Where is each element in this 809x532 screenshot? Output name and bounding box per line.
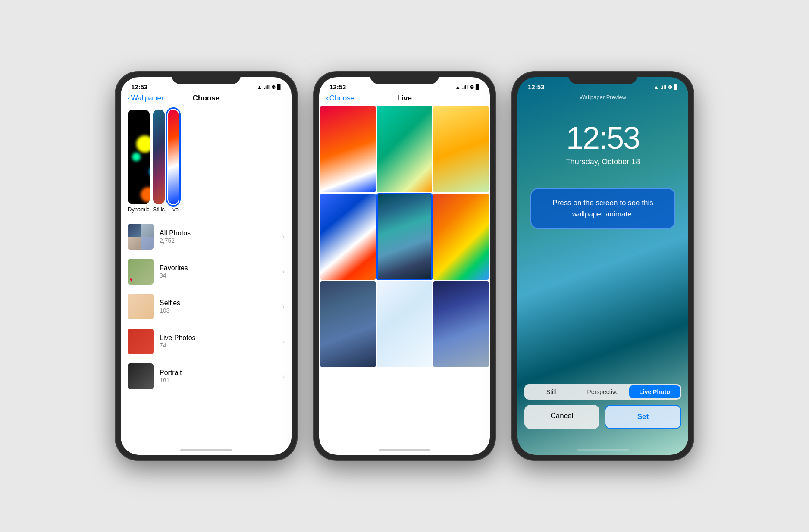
live-cell-5-selected[interactable] bbox=[377, 194, 432, 280]
live-category[interactable]: Live bbox=[168, 110, 179, 216]
list-item-all-photos[interactable]: All Photos 2,752 › bbox=[121, 219, 292, 254]
bokeh-1 bbox=[136, 135, 150, 153]
signal-icon-3: .ill bbox=[661, 84, 666, 90]
list-item-favorites[interactable]: ♥ Favorites 34 › bbox=[121, 254, 292, 289]
option-still[interactable]: Still bbox=[526, 385, 577, 398]
back-label-1: Wallpaper bbox=[131, 94, 164, 103]
back-button-1[interactable]: ‹ Wallpaper bbox=[128, 94, 164, 103]
list-item-portrait[interactable]: Portrait 181 › bbox=[121, 359, 292, 394]
selfies-info: Selfies 103 bbox=[160, 299, 276, 314]
set-button[interactable]: Set bbox=[605, 405, 681, 429]
dynamic-label: Dynamic bbox=[128, 204, 150, 216]
option-live-photo[interactable]: Live Photo bbox=[629, 385, 680, 398]
list-item-selfies[interactable]: Selfies 103 › bbox=[121, 289, 292, 324]
lock-screen-date: Thursday, October 18 bbox=[517, 157, 688, 179]
iphone-1: 12:53 ▲ .ill ⊛ ▊ ‹ Wallpaper Choose bbox=[116, 72, 297, 460]
all-photos-count: 2,752 bbox=[160, 237, 276, 244]
back-label-2: Choose bbox=[329, 94, 355, 103]
cancel-button[interactable]: Cancel bbox=[524, 405, 599, 429]
live-photos-arrow: › bbox=[282, 338, 285, 345]
ap2 bbox=[141, 224, 154, 237]
status-icons-3: ▲ .ill ⊛ ▊ bbox=[654, 84, 678, 90]
animate-text: Press on the screen to see this wallpape… bbox=[552, 199, 653, 218]
live-thumb[interactable] bbox=[168, 110, 179, 204]
all-photos-info: All Photos 2,752 bbox=[160, 229, 276, 244]
battery-icon-2: ▊ bbox=[476, 84, 480, 90]
portrait-count: 181 bbox=[160, 377, 276, 384]
home-indicator-3 bbox=[577, 449, 629, 451]
stills-thumb[interactable] bbox=[153, 110, 165, 204]
all-photos-name: All Photos bbox=[160, 229, 276, 237]
iphone-2: 12:53 ▲ .ill ⊛ ▊ ‹ Choose Live bbox=[314, 72, 495, 460]
list-item-live-photos[interactable]: Live Photos 74 › bbox=[121, 324, 292, 359]
selfies-name: Selfies bbox=[160, 299, 276, 307]
portrait-arrow: › bbox=[282, 372, 285, 380]
phone1-nav: ‹ Wallpaper Choose bbox=[121, 93, 292, 106]
stills-category[interactable]: Stills bbox=[153, 110, 165, 216]
live-photos-thumb bbox=[128, 329, 154, 354]
favorites-count: 34 bbox=[160, 272, 276, 279]
status-time-3: 12:53 bbox=[528, 83, 544, 91]
ap3 bbox=[128, 237, 141, 250]
bokeh-5 bbox=[141, 187, 150, 202]
home-indicator-1 bbox=[180, 449, 232, 451]
selfies-thumb bbox=[128, 294, 154, 319]
live-cell-3[interactable] bbox=[433, 106, 489, 192]
live-photos-info: Live Photos 74 bbox=[160, 334, 276, 349]
live-cell-1[interactable] bbox=[320, 106, 376, 192]
live-cell-4[interactable] bbox=[320, 194, 376, 280]
notch-1 bbox=[172, 72, 241, 84]
option-pills: Still Perspective Live Photo bbox=[524, 384, 681, 400]
bokeh-4 bbox=[132, 153, 141, 161]
live-cell-6[interactable] bbox=[433, 194, 489, 280]
dynamic-category[interactable]: Dynamic bbox=[128, 110, 150, 216]
heart-icon: ♥ bbox=[129, 276, 133, 283]
ap4 bbox=[141, 237, 154, 250]
favorites-arrow: › bbox=[282, 268, 285, 275]
signal-icon-2: .ill bbox=[462, 84, 468, 90]
status-icons-2: ▲ .ill ⊛ ▊ bbox=[455, 84, 480, 90]
status-icons-1: ▲ .ill ⊛ ▊ bbox=[257, 84, 281, 90]
live-photos-name: Live Photos bbox=[160, 334, 276, 342]
dynamic-thumb[interactable] bbox=[128, 110, 150, 204]
notch-3 bbox=[568, 72, 637, 84]
option-perspective[interactable]: Perspective bbox=[577, 385, 628, 398]
live-cell-7[interactable] bbox=[320, 281, 376, 367]
stills-label: Stills bbox=[153, 204, 165, 216]
signal-icon: .ill bbox=[264, 84, 270, 90]
live-label: Live bbox=[168, 204, 179, 216]
portrait-info: Portrait 181 bbox=[160, 369, 276, 384]
live-cell-8[interactable] bbox=[377, 281, 432, 367]
status-time-2: 12:53 bbox=[329, 83, 346, 91]
live-photos-count: 74 bbox=[160, 342, 276, 349]
photo-list: All Photos 2,752 › ♥ Favorites 34 › bbox=[121, 219, 292, 394]
live-cell-2[interactable] bbox=[377, 106, 432, 192]
chevron-left-icon-2: ‹ bbox=[326, 94, 329, 103]
wifi-icon-2: ⊛ bbox=[470, 84, 474, 90]
battery-icon: ▊ bbox=[277, 84, 281, 90]
location-icon-3: ▲ bbox=[654, 84, 659, 90]
nav-title-2: Live bbox=[397, 94, 412, 103]
portrait-name: Portrait bbox=[160, 369, 276, 377]
location-icon-2: ▲ bbox=[455, 84, 461, 90]
live-cell-9[interactable] bbox=[433, 281, 489, 367]
all-photos-thumb bbox=[128, 224, 154, 250]
phone2-nav: ‹ Choose Live bbox=[319, 93, 490, 106]
bottom-options: Still Perspective Live Photo Cancel Set bbox=[517, 384, 688, 429]
location-icon: ▲ bbox=[257, 84, 262, 90]
wifi-icon-3: ⊛ bbox=[668, 84, 672, 90]
wallpaper-preview-label: Wallpaper Preview bbox=[517, 93, 688, 103]
animate-bubble: Press on the screen to see this wallpape… bbox=[530, 188, 675, 229]
wallpaper-category-grid: Dynamic Stills Live bbox=[121, 106, 292, 219]
home-indicator-2 bbox=[379, 449, 430, 451]
all-photos-arrow: › bbox=[282, 233, 285, 241]
ap1 bbox=[128, 224, 141, 237]
selfies-count: 103 bbox=[160, 307, 276, 314]
favorites-name: Favorites bbox=[160, 264, 276, 272]
status-time-1: 12:53 bbox=[131, 83, 147, 91]
live-wallpaper-grid bbox=[319, 106, 490, 367]
back-button-2[interactable]: ‹ Choose bbox=[326, 94, 354, 103]
battery-icon-3: ▊ bbox=[674, 84, 678, 90]
wifi-icon: ⊛ bbox=[271, 84, 276, 90]
favorites-info: Favorites 34 bbox=[160, 264, 276, 279]
